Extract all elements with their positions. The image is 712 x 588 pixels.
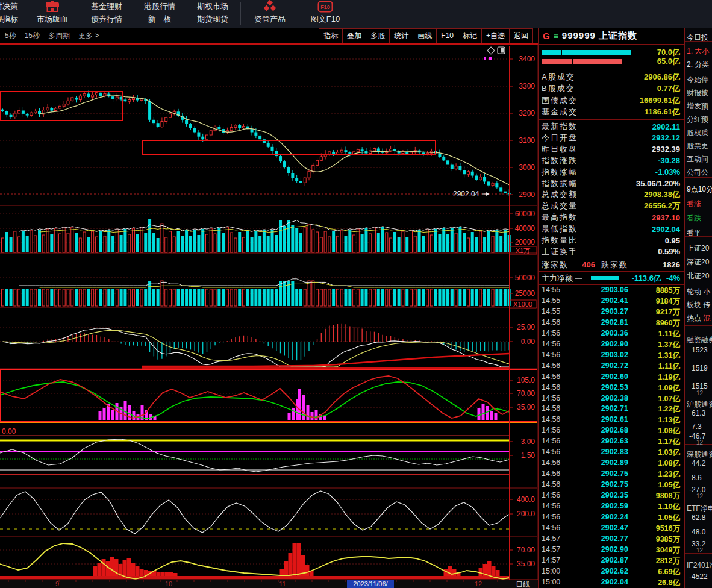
sidebar-item[interactable]: 热点 混	[687, 313, 710, 324]
menubar-edge-group[interactable]: 时决策 规指标	[0, 0, 22, 28]
sidebar-item[interactable]: 北证20	[687, 271, 709, 281]
toolbar-button[interactable]: 画线	[413, 29, 436, 43]
menu-item-indicator[interactable]: 规指标	[0, 13, 22, 25]
sidebar-item[interactable]: 1515	[692, 382, 708, 390]
sidebar-item[interactable]: 股票更	[687, 141, 708, 151]
trade-volume: 1.11亿	[658, 361, 680, 372]
stat-label: 指数涨幅	[542, 167, 578, 178]
period-item[interactable]: 多周期	[48, 31, 70, 41]
sidebar-item[interactable]: 12	[696, 439, 703, 446]
trade-volume: 9217万	[656, 307, 680, 317]
menu-item-market[interactable]: 市场版面	[25, 0, 80, 28]
svg-text:10: 10	[165, 580, 172, 587]
trade-time: 14:56	[542, 469, 573, 480]
trade-price: 2902.47	[573, 524, 628, 534]
sidebar-item[interactable]: 公司公	[687, 167, 708, 178]
g-badge[interactable]: G	[543, 31, 550, 41]
svg-text:12: 12	[475, 580, 482, 587]
sidebar-item[interactable]: 看跌	[687, 213, 701, 224]
sidebar-item[interactable]: -4522	[689, 572, 708, 581]
turnover-value: 16699.61亿	[640, 95, 680, 106]
main-flow-value: -113.6亿	[632, 273, 661, 284]
toolbar-button[interactable]: 多股	[366, 29, 389, 43]
sidebar-item[interactable]: 7.3	[692, 422, 702, 431]
trade-volume: 1.07亿	[658, 394, 680, 404]
sidebar-item[interactable]: 2. 分类	[687, 60, 709, 70]
stat-label: 昨日收盘	[542, 144, 578, 155]
svg-text:40000: 40000	[515, 224, 536, 233]
trade-volume: 1.13亿	[658, 415, 680, 425]
toolbar-button[interactable]: 叠加	[342, 29, 366, 43]
toolbar-button[interactable]: 返回	[509, 29, 532, 43]
sidebar-item[interactable]: 12	[696, 493, 703, 499]
stat-value: 2902.04	[652, 225, 680, 234]
sidebar-item[interactable]: ETF净申	[687, 504, 712, 514]
menu-item-hk[interactable]: 港股行情	[133, 0, 186, 13]
stat-value: 0.59%	[658, 247, 680, 256]
sidebar-item[interactable]: 股权质	[687, 128, 708, 138]
trade-price: 2902.90	[573, 340, 628, 350]
menu-item-futures[interactable]: 期货现货	[186, 13, 239, 25]
toolbar-button[interactable]: +自选	[481, 29, 509, 43]
stat-value: 2908.38亿	[644, 189, 680, 200]
volume-bar	[542, 59, 622, 64]
sidebar-item[interactable]: 61.3	[692, 409, 705, 418]
index-stat-row: 最高指数 2937.10	[539, 212, 684, 223]
hamburger-icon[interactable]: ≡	[554, 31, 558, 41]
toolbar-button[interactable]: 指标	[319, 29, 342, 43]
sidebar-item[interactable]: IF2401净	[687, 560, 712, 571]
menu-item-neeq[interactable]: 新三板	[133, 13, 186, 25]
svg-text:3100: 3100	[519, 136, 535, 145]
sidebar-item[interactable]: 12	[696, 547, 703, 554]
sidebar-item[interactable]: 62.8	[692, 513, 705, 522]
toolbar-button[interactable]: 标记	[458, 29, 481, 43]
trade-price: 2902.24	[573, 513, 628, 523]
sidebar-item[interactable]: 上证20	[687, 243, 709, 254]
menu-item-decision[interactable]: 时决策	[0, 0, 22, 13]
sidebar-item[interactable]: 板块 传	[687, 300, 710, 310]
sidebar-item[interactable]: 互动问	[687, 154, 708, 164]
sidebar-item[interactable]: 融资融券	[687, 335, 712, 345]
sidebar-item[interactable]: 9点10分	[687, 184, 712, 195]
trade-price: 2902.68	[573, 426, 628, 436]
toolbar-button[interactable]: F10	[436, 29, 458, 43]
stat-label: 上证换手	[542, 246, 578, 257]
sidebar-item[interactable]: 1. 大小	[687, 46, 709, 57]
advancers-value: 406	[569, 260, 595, 269]
advancers-label: 涨家数	[542, 260, 569, 271]
period-item[interactable]: 5秒	[5, 31, 16, 41]
menu-item-fund[interactable]: 基金理财	[80, 0, 133, 13]
sidebar-item[interactable]: 财报披	[687, 88, 708, 98]
sidebar-item[interactable]: 深证20	[687, 257, 709, 267]
sidebar-item[interactable]: 看平	[687, 228, 701, 238]
list-icon[interactable]	[575, 275, 582, 281]
sidebar-item[interactable]: 44.2	[692, 459, 705, 468]
sidebar-item[interactable]: 8.6	[692, 474, 702, 482]
period-item[interactable]: 15秒	[25, 31, 40, 41]
sidebar-item[interactable]: 看涨	[687, 199, 701, 209]
sidebar-item[interactable]: 轮动 小	[687, 287, 710, 297]
trade-time: 14:56	[542, 480, 573, 490]
menu-item-f10[interactable]: F10 图文F10	[298, 0, 353, 28]
menu-item-asset-products[interactable]: 资管产品	[242, 0, 298, 28]
sidebar-item[interactable]: 48.0	[692, 528, 705, 536]
trade-row: 15:00 2902.04 26.8亿	[539, 578, 684, 588]
sidebar-item[interactable]: 1523	[692, 346, 708, 354]
menu-item-bond[interactable]: 债券行情	[80, 13, 133, 25]
sidebar-item[interactable]: 分红预	[687, 114, 708, 125]
trade-time: 14:56	[542, 437, 573, 447]
sidebar-item[interactable]: 增发预	[687, 101, 708, 111]
sidebar-item[interactable]: 12	[696, 390, 703, 396]
sidebar-item[interactable]: 1519	[692, 364, 708, 372]
period-item[interactable]: 更多 >	[78, 31, 99, 41]
svg-text:25000: 25000	[515, 289, 536, 298]
sidebar-item[interactable]: 深股通资	[687, 449, 712, 460]
period-label[interactable]: 日线	[516, 580, 530, 588]
sidebar-item[interactable]: 今日投	[687, 33, 708, 43]
toolbar-button[interactable]: 统计	[389, 29, 413, 43]
main-chart[interactable]: 2902.040.0034003300320031003000290060000…	[0, 0, 538, 588]
sidebar-item[interactable]: 沪股通资	[687, 399, 712, 410]
sidebar-item[interactable]: 今始停	[687, 75, 708, 85]
trade-price: 2903.27	[573, 307, 628, 317]
menu-item-options[interactable]: 期权市场	[186, 0, 239, 13]
